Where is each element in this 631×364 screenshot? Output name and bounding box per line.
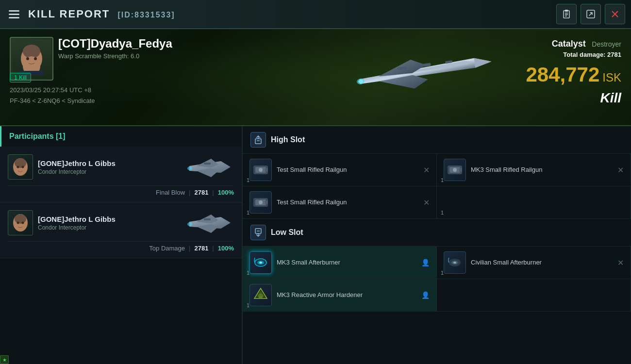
- list-item-empty: [437, 279, 631, 312]
- kill-badge: 1 Kill: [10, 73, 31, 83]
- warp-strength: Warp Scramble Strength: 6.0: [58, 52, 172, 60]
- svg-point-52: [453, 262, 456, 264]
- svg-rect-36: [265, 168, 268, 172]
- hero-section: [COT]Dyadya_Fedya Warp Scramble Strength…: [0, 29, 631, 126]
- damage-value: 2781: [194, 245, 208, 252]
- avatar-image: [17, 42, 46, 76]
- total-damage-value: 2781: [607, 51, 621, 58]
- item-qty: 1: [247, 210, 249, 215]
- total-damage: Total damage: 2781: [526, 51, 621, 58]
- svg-rect-44: [265, 200, 268, 204]
- participant-name: [GONE]Jethro L Gibbs: [38, 159, 181, 167]
- participant-info: [GONE]Jethro L Gibbs Condor Interceptor: [38, 215, 181, 231]
- hero-info: [COT]Dyadya_Fedya Warp Scramble Strength…: [58, 37, 172, 60]
- low-slot-header: Low Slot: [243, 219, 631, 247]
- location: PF-346 < Z-6NQ6 < Syndicate: [10, 97, 95, 104]
- participant-avatar: ★: [8, 154, 33, 180]
- list-item[interactable]: MK3 Reactive Armor Hardener 👤 1: [243, 279, 437, 312]
- svg-point-9: [23, 45, 40, 58]
- ship-svg: [346, 34, 498, 112]
- svg-rect-30: [204, 218, 211, 220]
- participant-bottom: Top Damage | 2781 | 100%: [8, 241, 234, 252]
- clipboard-button[interactable]: [556, 4, 577, 24]
- participant-ship-image: [185, 208, 234, 237]
- ship-image: [349, 44, 495, 107]
- item-qty: 1: [441, 270, 444, 276]
- title-bar-actions: [556, 4, 625, 24]
- svg-point-22: [22, 166, 24, 168]
- svg-point-12: [34, 57, 37, 60]
- ship-name: Catalyst: [552, 39, 586, 49]
- high-slot-header: High Slot: [243, 126, 631, 154]
- item-qty: 1: [247, 177, 249, 183]
- svg-point-29: [187, 222, 192, 226]
- title-bar: KILL REPORT [ID:8331533]: [0, 0, 631, 29]
- list-item[interactable]: Civilian Small Afterburner ✕ 1: [437, 247, 631, 279]
- svg-point-27: [17, 222, 19, 224]
- left-panel: Participants [1] ★ [GONE]Jethro L Gibbs: [0, 126, 243, 364]
- svg-point-35: [259, 168, 263, 172]
- svg-rect-31: [255, 139, 261, 144]
- right-panel: High Slot Test Small Rifled Railgun ✕ 1: [243, 126, 631, 364]
- item-remove[interactable]: ✕: [617, 165, 624, 175]
- list-item[interactable]: MK3 Small Afterburner 👤 1: [243, 247, 437, 279]
- damage-value: 2781: [194, 189, 208, 196]
- svg-point-26: [15, 214, 26, 224]
- svg-point-43: [259, 200, 263, 204]
- participant-top: ★ [GONE]Jethro L Gibbs Condor Intercepto…: [8, 152, 234, 182]
- ship-class: Destroyer: [592, 40, 621, 48]
- item-icon: [444, 251, 466, 274]
- participant-card: ★ [GONE]Jethro L Gibbs Condor Intercepto…: [0, 202, 242, 258]
- kill-id: [ID:8331533]: [117, 11, 175, 19]
- svg-rect-1: [565, 10, 568, 12]
- participant-avatar: ★: [8, 210, 33, 235]
- menu-button[interactable]: [6, 7, 22, 21]
- player-name: [COT]Dyadya_Fedya: [58, 37, 172, 50]
- svg-point-23: [187, 166, 192, 170]
- svg-rect-24: [204, 163, 211, 165]
- participant-ship: Condor Interceptor: [38, 224, 181, 231]
- item-icon: [249, 191, 272, 214]
- low-slot-label: Low Slot: [271, 228, 303, 237]
- close-button[interactable]: [605, 4, 625, 24]
- participant-ship-image: [185, 152, 234, 182]
- item-name: Civilian Small Afterburner: [471, 259, 611, 267]
- fitted-icon: 👤: [421, 259, 430, 266]
- svg-rect-40: [459, 168, 462, 172]
- isk-value: 284,772: [526, 63, 599, 86]
- item-remove[interactable]: ✕: [423, 165, 430, 175]
- fitted-icon: 👤: [421, 291, 430, 299]
- item-name: MK3 Reactive Armor Hardener: [277, 291, 415, 299]
- participant-name: [GONE]Jethro L Gibbs: [38, 215, 181, 223]
- high-slot-items: Test Small Rifled Railgun ✕ 1 MK3 Small …: [243, 154, 631, 219]
- list-item[interactable]: Test Small Rifled Railgun ✕ 1: [243, 154, 437, 186]
- item-qty: 1: [247, 302, 249, 308]
- participant-card: ★ [GONE]Jethro L Gibbs Condor Intercepto…: [0, 147, 242, 202]
- list-item[interactable]: MK3 Small Rifled Railgun ✕ 1: [437, 154, 631, 186]
- item-icon: [249, 284, 272, 306]
- item-remove[interactable]: ✕: [423, 198, 430, 207]
- blow-type: Final Blow: [156, 189, 185, 196]
- item-name: MK3 Small Rifled Railgun: [471, 166, 611, 174]
- participant-bottom: Final Blow | 2781 | 100%: [8, 185, 234, 196]
- total-damage-label: Total damage:: [563, 51, 605, 58]
- svg-point-20: [15, 158, 26, 168]
- export-button[interactable]: [581, 4, 601, 24]
- kill-label: Kill: [526, 90, 621, 106]
- participants-label: Participants [1]: [9, 132, 66, 141]
- list-item: 1: [437, 186, 631, 219]
- low-slot-items: MK3 Small Afterburner 👤 1 Civilian Small…: [243, 247, 631, 312]
- list-item[interactable]: Test Small Rifled Railgun ✕ 1: [243, 186, 437, 219]
- percent-value: 100%: [218, 189, 234, 196]
- main-content: Participants [1] ★ [GONE]Jethro L Gibbs: [0, 126, 631, 364]
- participant-top: ★ [GONE]Jethro L Gibbs Condor Intercepto…: [8, 208, 234, 237]
- item-remove[interactable]: ✕: [617, 258, 624, 267]
- item-qty: 1: [441, 210, 444, 215]
- item-name: Test Small Rifled Railgun: [277, 199, 416, 207]
- hero-right: Catalyst Destroyer Total damage: 2781 28…: [526, 39, 621, 106]
- blow-type: Top Damage: [149, 245, 185, 252]
- participants-header: Participants [1]: [0, 126, 242, 147]
- item-icon: [444, 159, 466, 181]
- item-icon: [249, 159, 272, 181]
- item-icon: [249, 251, 272, 274]
